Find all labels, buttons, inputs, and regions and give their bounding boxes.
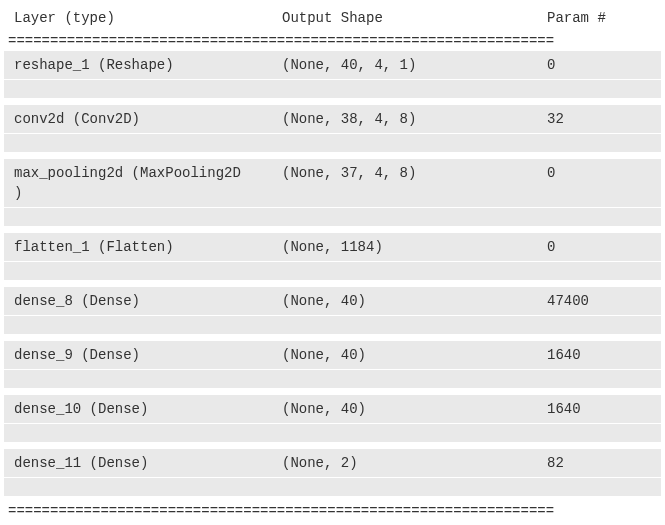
layer-output-shape: (None, 40, 4, 1) bbox=[282, 57, 547, 73]
layer-output-shape: (None, 2) bbox=[282, 455, 547, 471]
layer-output-shape: (None, 1184) bbox=[282, 239, 547, 255]
layer-params: 1640 bbox=[547, 347, 651, 363]
layer-name: flatten_1 (Flatten) bbox=[14, 239, 282, 255]
divider-bottom: ========================================… bbox=[4, 502, 661, 520]
table-row: conv2d (Conv2D) (None, 38, 4, 8) 32 bbox=[4, 104, 661, 152]
layer-output-shape: (None, 40) bbox=[282, 401, 547, 417]
table-row: reshape_1 (Reshape) (None, 40, 4, 1) 0 bbox=[4, 50, 661, 98]
layer-name-overflow: ) bbox=[4, 185, 661, 207]
table-row: dense_10 (Dense) (None, 40) 1640 bbox=[4, 394, 661, 442]
layer-params: 32 bbox=[547, 111, 651, 127]
divider-top: ========================================… bbox=[4, 32, 661, 50]
table-row: dense_8 (Dense) (None, 40) 47400 bbox=[4, 286, 661, 334]
layer-name: dense_10 (Dense) bbox=[14, 401, 282, 417]
layer-name: dense_11 (Dense) bbox=[14, 455, 282, 471]
header-row: Layer (type) Output Shape Param # bbox=[4, 8, 661, 32]
header-layer: Layer (type) bbox=[14, 10, 282, 26]
layer-params: 0 bbox=[547, 239, 651, 255]
total-params: Total params: 50,794 bbox=[4, 520, 661, 525]
model-summary: Layer (type) Output Shape Param # ======… bbox=[0, 0, 665, 525]
table-row: max_pooling2d (MaxPooling2D (None, 37, 4… bbox=[4, 158, 661, 226]
layer-params: 47400 bbox=[547, 293, 651, 309]
layer-name: conv2d (Conv2D) bbox=[14, 111, 282, 127]
layer-name: dense_9 (Dense) bbox=[14, 347, 282, 363]
layer-output-shape: (None, 38, 4, 8) bbox=[282, 111, 547, 127]
layer-name: dense_8 (Dense) bbox=[14, 293, 282, 309]
layer-params: 0 bbox=[547, 165, 651, 181]
table-row: dense_11 (Dense) (None, 2) 82 bbox=[4, 448, 661, 496]
layer-name: reshape_1 (Reshape) bbox=[14, 57, 282, 73]
layer-output-shape: (None, 40) bbox=[282, 347, 547, 363]
table-row: dense_9 (Dense) (None, 40) 1640 bbox=[4, 340, 661, 388]
header-shape: Output Shape bbox=[282, 10, 547, 26]
layer-params: 82 bbox=[547, 455, 651, 471]
table-row: flatten_1 (Flatten) (None, 1184) 0 bbox=[4, 232, 661, 280]
header-param: Param # bbox=[547, 10, 651, 26]
layer-name: max_pooling2d (MaxPooling2D bbox=[14, 165, 282, 181]
layer-output-shape: (None, 40) bbox=[282, 293, 547, 309]
layer-output-shape: (None, 37, 4, 8) bbox=[282, 165, 547, 181]
layer-params: 1640 bbox=[547, 401, 651, 417]
layer-params: 0 bbox=[547, 57, 651, 73]
